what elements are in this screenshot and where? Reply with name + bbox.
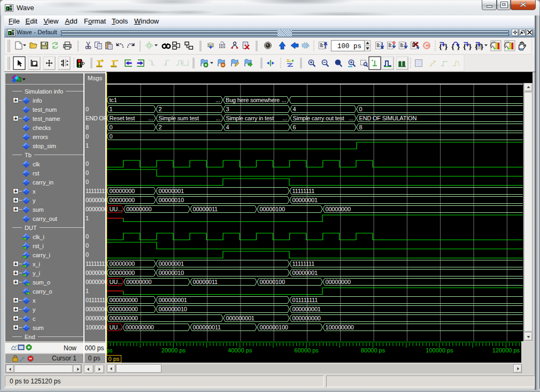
svg-text:0 ps: 0 ps bbox=[109, 356, 120, 362]
svg-text:20000 ps: 20000 ps bbox=[161, 347, 186, 353]
svg-text:{: { bbox=[439, 42, 442, 51]
svg-text:{: { bbox=[463, 42, 466, 51]
svg-text:011111111: 011111111 bbox=[292, 297, 318, 303]
svg-text:000000100: 000000100 bbox=[260, 324, 288, 330]
svg-text:4: 4 bbox=[293, 106, 296, 112]
svg-text:00000000: 00000000 bbox=[126, 279, 151, 285]
svg-text:00000000: 00000000 bbox=[326, 206, 351, 212]
svg-text:4: 4 bbox=[226, 124, 229, 130]
svg-text:00000000: 00000000 bbox=[110, 260, 135, 267]
svg-text:00000000: 00000000 bbox=[326, 279, 351, 285]
svg-text:00000010: 00000010 bbox=[159, 270, 184, 276]
svg-text:1: 1 bbox=[110, 106, 113, 112]
svg-text:8: 8 bbox=[359, 124, 362, 130]
svg-text:Simple sum test: Simple sum test bbox=[159, 115, 199, 121]
svg-text:}: } bbox=[481, 42, 484, 51]
svg-text:Simple carry out test: Simple carry out test bbox=[293, 115, 344, 121]
svg-text:100 ps: 100 ps bbox=[337, 43, 361, 50]
svg-text:60000 ps: 60000 ps bbox=[295, 347, 319, 353]
svg-text:000000001: 000000001 bbox=[159, 297, 187, 303]
svg-text:...: ... bbox=[349, 115, 353, 121]
svg-text:100000 ps: 100000 ps bbox=[426, 347, 453, 353]
svg-text:UU...: UU... bbox=[110, 279, 122, 285]
svg-text:...: ... bbox=[215, 97, 220, 103]
svg-text:40000 ps: 40000 ps bbox=[228, 347, 252, 353]
svg-text:00000001: 00000001 bbox=[159, 260, 184, 267]
svg-text:3: 3 bbox=[226, 106, 229, 112]
svg-text:tc1: tc1 bbox=[110, 97, 117, 103]
svg-text:2: 2 bbox=[159, 106, 162, 112]
svg-text:00000001: 00000001 bbox=[159, 188, 184, 194]
svg-text:2: 2 bbox=[159, 124, 162, 130]
svg-text:00000011: 00000011 bbox=[193, 206, 218, 212]
svg-text:0: 0 bbox=[110, 124, 113, 130]
svg-text:Simple carry in test: Simple carry in test bbox=[226, 115, 274, 121]
svg-text:00000000: 00000000 bbox=[110, 270, 135, 276]
svg-text:11111111: 11111111 bbox=[292, 188, 315, 194]
svg-text:000000000: 000000000 bbox=[292, 315, 321, 321]
svg-text:000000010: 000000010 bbox=[159, 306, 187, 312]
svg-text:...: ... bbox=[281, 97, 286, 103]
svg-text:120000 ps: 120000 ps bbox=[492, 347, 520, 353]
svg-text:00000001: 00000001 bbox=[292, 197, 318, 203]
svg-text:100000000: 100000000 bbox=[326, 324, 354, 330]
svg-text:000000011: 000000011 bbox=[193, 324, 221, 330]
svg-text:...: ... bbox=[282, 115, 287, 121]
svg-text:000000000: 000000000 bbox=[126, 324, 154, 330]
svg-text:Bug here somewhere: Bug here somewhere bbox=[226, 97, 280, 103]
svg-text:00000000: 00000000 bbox=[110, 197, 135, 203]
svg-text:00000001: 00000001 bbox=[292, 270, 318, 276]
svg-text:00000000: 00000000 bbox=[110, 188, 135, 194]
svg-text:000000000: 000000000 bbox=[110, 315, 138, 321]
svg-text:00000100: 00000100 bbox=[260, 279, 285, 285]
svg-text:00000000: 00000000 bbox=[126, 206, 151, 212]
svg-text:Reset test: Reset test bbox=[110, 115, 135, 121]
svg-text:000000001: 000000001 bbox=[292, 306, 321, 312]
svg-text:0: 0 bbox=[110, 133, 113, 140]
svg-text:}: } bbox=[445, 42, 448, 51]
svg-text:11111111: 11111111 bbox=[292, 260, 315, 267]
svg-text:...: ... bbox=[148, 115, 153, 121]
svg-text:80000 ps: 80000 ps bbox=[361, 347, 385, 353]
svg-text:00000011: 00000011 bbox=[193, 279, 218, 285]
svg-text:}: } bbox=[469, 42, 472, 51]
svg-text:000000000: 000000000 bbox=[110, 306, 138, 312]
svg-text:0: 0 bbox=[359, 106, 362, 112]
svg-text:UU...: UU... bbox=[110, 206, 122, 212]
svg-text:6: 6 bbox=[293, 124, 296, 130]
svg-text:END OF SIMULATION: END OF SIMULATION bbox=[359, 115, 417, 121]
svg-text:00000100: 00000100 bbox=[260, 206, 285, 212]
svg-text:{: { bbox=[475, 42, 478, 51]
svg-text:UU...: UU... bbox=[110, 324, 122, 330]
svg-text:000000001: 000000001 bbox=[226, 315, 254, 321]
svg-text:00000010: 00000010 bbox=[159, 197, 184, 203]
svg-text:000000000: 000000000 bbox=[110, 297, 138, 303]
svg-text:...: ... bbox=[215, 115, 220, 121]
